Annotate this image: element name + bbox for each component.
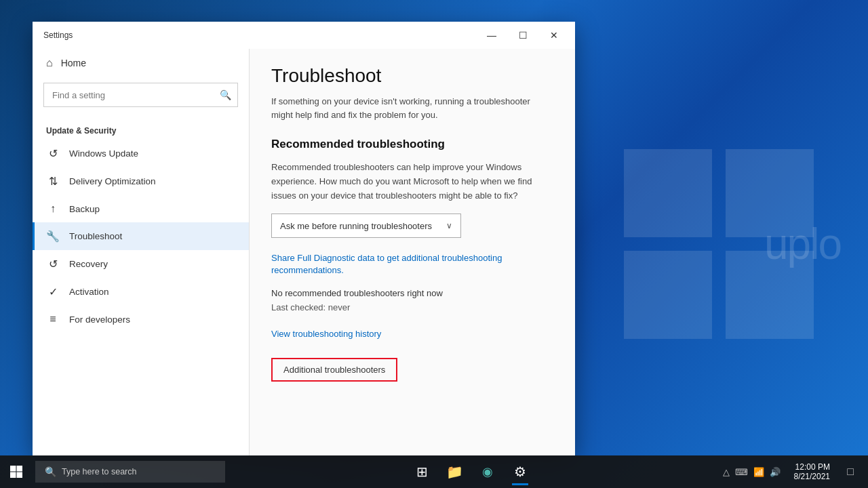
svg-rect-6 (10, 472, 16, 479)
uplo-watermark: uplo (764, 219, 841, 269)
windows-update-icon: ↺ (46, 147, 60, 160)
section-description: Recommended troubleshooters can help imp… (271, 161, 553, 203)
settings-window: Settings — ☐ ✕ ⌂ Home 🔍 Update & Securit… (33, 22, 575, 455)
for-developers-icon: ≡ (46, 313, 60, 325)
sidebar-section-label: Update & Security (33, 118, 249, 140)
systray-icons: △ ⌨ 📶 🔊 (717, 467, 786, 477)
backup-icon: ↑ (46, 203, 60, 215)
sidebar-item-label: Windows Update (69, 148, 138, 159)
page-title: Troubleshoot (271, 65, 553, 87)
minimize-button[interactable]: — (476, 24, 507, 46)
window-title: Settings (43, 30, 73, 40)
sidebar-item-windows-update[interactable]: ↺ Windows Update (33, 140, 249, 167)
sidebar-item-label: Delivery Optimization (69, 176, 156, 186)
title-bar: Settings — ☐ ✕ (33, 22, 575, 49)
troubleshoot-icon: 🔧 (46, 230, 60, 243)
svg-rect-5 (17, 466, 23, 472)
taskbar-settings[interactable]: ⚙ (505, 457, 535, 487)
svg-rect-4 (10, 466, 16, 472)
recovery-icon: ↺ (46, 258, 60, 270)
clock[interactable]: 12:00 PM 8/21/2021 (789, 462, 835, 481)
window-body: ⌂ Home 🔍 Update & Security ↺ Windows Upd… (33, 49, 575, 455)
notification-button[interactable]: □ (838, 455, 863, 488)
taskbar-right: △ ⌨ 📶 🔊 12:00 PM 8/21/2021 □ (717, 455, 868, 488)
diagnostic-link[interactable]: Share Full Diagnostic data to get additi… (271, 253, 502, 275)
sidebar-search-container: 🔍 (43, 83, 238, 107)
systray-network-icon[interactable]: 📶 (753, 467, 764, 477)
sidebar-home-label: Home (61, 58, 86, 68)
sidebar-item-label: Recovery (69, 259, 108, 269)
sidebar-item-for-developers[interactable]: ≡ For developers (33, 306, 249, 333)
main-content: Troubleshoot If something on your device… (250, 49, 575, 455)
view-troubleshooting-history-link[interactable]: View troubleshooting history (271, 329, 553, 339)
clock-time: 12:00 PM (795, 462, 830, 472)
sidebar-item-recovery[interactable]: ↺ Recovery (33, 250, 249, 278)
close-button[interactable]: ✕ (538, 24, 570, 46)
sidebar-item-backup[interactable]: ↑ Backup (33, 195, 249, 222)
chrome-icon: ◉ (482, 464, 493, 479)
sidebar-item-label: For developers (69, 314, 130, 325)
sidebar-item-activation[interactable]: ✓ Activation (33, 278, 249, 306)
sidebar-search-input[interactable] (43, 83, 238, 107)
dropdown-value: Ask me before running troubleshooters (280, 221, 432, 231)
sidebar-item-label: Activation (69, 287, 109, 297)
svg-rect-0 (624, 149, 712, 237)
settings-icon: ⚙ (514, 464, 526, 480)
taskbar-file-explorer[interactable]: 📁 (440, 457, 470, 487)
systray-volume-icon[interactable]: 🔊 (770, 467, 781, 477)
home-icon: ⌂ (46, 57, 53, 69)
page-subtitle: If something on your device isn't workin… (271, 95, 553, 121)
taskbar-left: 🔍 Type here to search (0, 455, 225, 488)
svg-rect-7 (17, 472, 23, 479)
taskbar-search-icon: 🔍 (45, 466, 56, 477)
sidebar: ⌂ Home 🔍 Update & Security ↺ Windows Upd… (33, 49, 250, 455)
last-checked-text: Last checked: never (271, 302, 553, 312)
troubleshooter-dropdown[interactable]: Ask me before running troubleshooters ∨ (271, 214, 461, 238)
systray-keyboard-icon[interactable]: ⌨ (735, 467, 748, 477)
taskbar: 🔍 Type here to search ⊞ 📁 ◉ ⚙ △ ⌨ 📶 🔊 12… (0, 455, 868, 488)
notification-icon: □ (847, 466, 854, 478)
taskbar-task-view[interactable]: ⊞ (408, 457, 437, 487)
taskbar-center: ⊞ 📁 ◉ ⚙ (408, 457, 535, 487)
file-explorer-icon: 📁 (446, 464, 463, 480)
window-controls: — ☐ ✕ (476, 24, 570, 46)
start-button[interactable] (0, 455, 33, 488)
sidebar-search-icon: 🔍 (220, 89, 231, 100)
dropdown-arrow-icon: ∨ (446, 221, 452, 230)
taskbar-search-placeholder: Type here to search (62, 467, 136, 476)
sidebar-home-item[interactable]: ⌂ Home (33, 49, 249, 77)
sidebar-item-label: Troubleshoot (69, 231, 122, 241)
clock-date: 8/21/2021 (794, 472, 830, 481)
svg-rect-2 (624, 251, 712, 339)
activation-icon: ✓ (46, 285, 60, 298)
taskbar-search-bar[interactable]: 🔍 Type here to search (35, 461, 225, 483)
sidebar-item-troubleshoot[interactable]: 🔧 Troubleshoot (33, 222, 249, 250)
systray-up-arrow-icon[interactable]: △ (723, 467, 730, 477)
taskbar-chrome[interactable]: ◉ (473, 457, 502, 487)
section-title: Recommended troubleshooting (271, 138, 553, 151)
sidebar-item-delivery-optimization[interactable]: ⇅ Delivery Optimization (33, 167, 249, 195)
additional-troubleshooters-button[interactable]: Additional troubleshooters (271, 358, 397, 382)
no-troubleshooters-text: No recommended troubleshooters right now (271, 288, 553, 298)
maximize-button[interactable]: ☐ (507, 24, 538, 46)
task-view-icon: ⊞ (416, 464, 428, 480)
windows-start-icon (9, 465, 23, 479)
sidebar-item-label: Backup (69, 204, 100, 214)
delivery-optimization-icon: ⇅ (46, 175, 60, 188)
